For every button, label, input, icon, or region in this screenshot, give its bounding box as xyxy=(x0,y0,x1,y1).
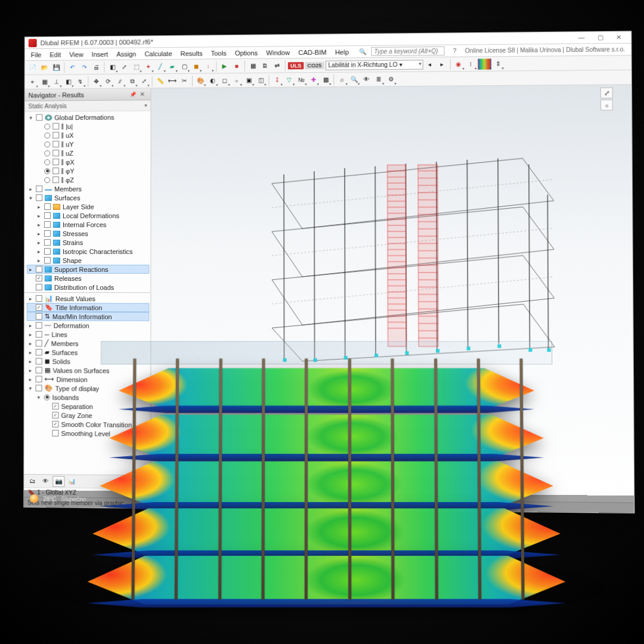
co-badge[interactable]: CO25 xyxy=(305,61,324,69)
tree-isotropic[interactable]: ▸Isotropic Characteristics xyxy=(35,247,149,256)
deform-scale-button[interactable]: ⇕ xyxy=(493,58,504,69)
tree-strains[interactable]: ▸Strains xyxy=(35,238,149,247)
tree-phix[interactable]: φX xyxy=(35,157,149,166)
maximize-button[interactable]: ▢ xyxy=(592,32,609,42)
diagram-button[interactable]: ⫶ xyxy=(465,58,476,69)
pin-icon[interactable]: 📌 xyxy=(128,91,137,97)
tree-uy[interactable]: uY xyxy=(35,139,149,148)
tree-internal-forces[interactable]: ▸Internal Forces xyxy=(35,220,149,229)
tree-phiz[interactable]: φZ xyxy=(35,175,149,184)
ortho-button[interactable]: ⊥ xyxy=(51,76,61,87)
measure-button[interactable]: 📏 xyxy=(155,76,166,86)
table-button[interactable]: ▦ xyxy=(247,60,258,71)
prev-combo-button[interactable]: ◂ xyxy=(424,59,435,70)
keyword-input[interactable] xyxy=(371,47,444,56)
save-button[interactable]: 💾 xyxy=(51,62,61,73)
tree-ux[interactable]: uX xyxy=(35,130,149,140)
tree-uz[interactable]: uZ xyxy=(35,148,149,157)
tree-support-reactions[interactable]: ▸Support Reactions xyxy=(27,265,149,274)
move-button[interactable]: ✥ xyxy=(91,76,101,86)
copy-button[interactable]: ⧉ xyxy=(126,76,137,86)
menu-window[interactable]: Window xyxy=(262,48,293,58)
tree-members[interactable]: ▸Members xyxy=(27,184,149,193)
opt-result-values[interactable]: ▸📊Result Values xyxy=(27,294,150,303)
clip-button[interactable]: ◫ xyxy=(255,75,266,85)
menu-results[interactable]: Results xyxy=(177,48,206,58)
uls-badge[interactable]: ULS xyxy=(288,62,304,69)
nav-tab-data[interactable]: 🗂 xyxy=(26,475,38,486)
report-button[interactable]: 🗎 xyxy=(259,60,270,71)
tree-global-deformations[interactable]: ▾ Global Deformations xyxy=(27,112,149,122)
minimize-button[interactable]: — xyxy=(572,33,590,43)
menu-help[interactable]: Help xyxy=(332,47,352,57)
transparency-button[interactable]: ◻ xyxy=(219,75,230,86)
ucs-button[interactable]: ↯ xyxy=(75,76,85,87)
grid-button[interactable]: ▦ xyxy=(39,76,50,87)
menu-tools[interactable]: Tools xyxy=(208,48,230,58)
menu-edit[interactable]: Edit xyxy=(46,49,64,59)
render-mode-button[interactable]: ◐ xyxy=(207,75,218,86)
mirror-button[interactable]: ⫽ xyxy=(114,76,125,86)
show-local-axes-button[interactable]: ✚ xyxy=(308,75,318,85)
node-tool-button[interactable]: ✦ xyxy=(143,61,154,72)
tree-stresses[interactable]: ▸Stresses xyxy=(35,229,149,238)
tree-distribution[interactable]: Distribution of Loads xyxy=(27,283,150,292)
load-tool-button[interactable]: ↓ xyxy=(203,61,213,72)
display-props-button[interactable]: ⚙ xyxy=(385,73,396,84)
color-button[interactable]: 🎨 xyxy=(195,75,206,86)
opt-title-info[interactable]: 🔖Title Information xyxy=(27,303,150,312)
solid-tool-button[interactable]: ◼ xyxy=(191,61,202,72)
stop-button[interactable]: ■ xyxy=(231,60,242,71)
view-mode-button[interactable]: ◧ xyxy=(107,61,117,72)
perspective-button[interactable]: ▣ xyxy=(243,75,254,85)
surface-tool-button[interactable]: ▰ xyxy=(167,61,178,72)
tree-local-deformations[interactable]: ▸Local Deformations xyxy=(35,211,149,220)
menu-options[interactable]: Options xyxy=(231,48,262,57)
zoom-fit-button[interactable]: ⤢ xyxy=(119,61,129,72)
tree-layer-side[interactable]: ▸Layer Side xyxy=(35,202,149,212)
menu-view[interactable]: View xyxy=(66,49,87,59)
new-file-button[interactable]: 📄 xyxy=(27,62,38,73)
units-button[interactable]: ⇄ xyxy=(271,60,282,71)
opening-tool-button[interactable]: ▢ xyxy=(179,61,190,72)
opt-maxmin[interactable]: ⇅Max/Min Information xyxy=(27,312,150,321)
layer-button[interactable]: ≣ xyxy=(373,74,384,85)
snap-button[interactable]: ⌖ xyxy=(27,76,38,87)
open-file-button[interactable]: 📂 xyxy=(39,62,50,73)
vp-fit-button[interactable]: ⤢ xyxy=(600,88,613,98)
opt-lines[interactable]: ▸─Lines xyxy=(27,330,150,339)
selection-mode-button[interactable]: ⬚ xyxy=(131,61,141,72)
panel-close-button[interactable]: ✕ xyxy=(137,91,147,97)
dimension-button[interactable]: ⟷ xyxy=(167,75,178,86)
load-combo-dropdown[interactable]: Labilität in X-Richtung LO ▾ xyxy=(325,60,423,70)
help-icon[interactable]: ? xyxy=(450,47,460,55)
visibility-button[interactable]: 👁 xyxy=(361,74,371,85)
menu-calculate[interactable]: Calculate xyxy=(141,48,175,58)
print-button[interactable]: 🖨 xyxy=(91,62,101,73)
show-supports-button[interactable]: ▽ xyxy=(284,75,295,85)
show-numbers-button[interactable]: № xyxy=(296,75,306,85)
tree-releases[interactable]: Releases xyxy=(27,274,149,283)
undo-button[interactable]: ↶ xyxy=(67,62,78,73)
tree-u[interactable]: |u| xyxy=(35,121,149,131)
isometric-button[interactable]: ⬦ xyxy=(231,75,242,86)
results-toggle-button[interactable]: ◉ xyxy=(453,58,465,69)
calc-button[interactable]: ▶ xyxy=(219,61,230,72)
vp-iso-button[interactable]: ⬦ xyxy=(600,100,613,110)
redo-button[interactable]: ↷ xyxy=(79,62,89,73)
tree-phiy[interactable]: φY xyxy=(35,166,149,175)
close-button[interactable]: ✕ xyxy=(610,32,627,42)
show-loads-button[interactable]: ↧ xyxy=(271,75,282,85)
menu-cadbim[interactable]: CAD-BIM xyxy=(295,47,330,57)
scale-button[interactable]: ⤢ xyxy=(138,76,149,86)
menu-file[interactable]: File xyxy=(27,49,45,59)
menu-assign[interactable]: Assign xyxy=(113,49,140,58)
isoband-button[interactable] xyxy=(478,58,491,69)
menu-insert[interactable]: Insert xyxy=(88,49,112,58)
member-tool-button[interactable]: ╱ xyxy=(155,61,166,72)
find-button[interactable]: 🔍 xyxy=(349,74,360,85)
opt-deformation[interactable]: ▸〰Deformation xyxy=(27,321,150,330)
analysis-type-dropdown[interactable]: Static Analysis xyxy=(25,100,151,112)
show-mesh-button[interactable]: ▩ xyxy=(320,74,331,85)
nav-tab-display[interactable]: 👁 xyxy=(39,476,51,487)
